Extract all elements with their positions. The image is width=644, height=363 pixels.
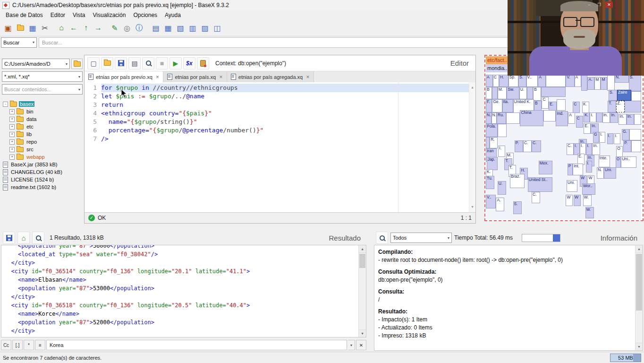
treemap-cell[interactable]: In. xyxy=(610,112,618,123)
treemap-cell[interactable]: S. xyxy=(629,75,641,91)
treemap-cell[interactable]: G. xyxy=(622,129,629,140)
treemap-cell[interactable]: Zaire xyxy=(617,90,631,101)
open-file-icon[interactable] xyxy=(101,57,113,69)
treemap-cell[interactable]: Wor.. xyxy=(582,183,595,195)
info-filter-dropdown[interactable]: Todos ▾ xyxy=(390,233,452,243)
treemap-cell[interactable]: Mex. xyxy=(539,161,553,174)
tree-item[interactable]: +lib xyxy=(1,130,84,138)
folder-view-icon[interactable]: ▥ xyxy=(186,22,199,34)
treemap-cell[interactable]: S. xyxy=(609,90,617,101)
treemap-cell[interactable]: M. xyxy=(498,87,507,99)
treemap-cell[interactable]: V.. xyxy=(486,195,496,208)
treemap-cell[interactable]: A xyxy=(538,75,545,87)
treemap-cell[interactable]: P. xyxy=(515,140,523,152)
tree-item[interactable]: -basex xyxy=(1,100,84,108)
new-database-icon[interactable]: ▣ xyxy=(2,22,14,34)
treemap-cell[interactable]: Braz. xyxy=(510,174,525,189)
treemap-cell[interactable] xyxy=(631,140,641,152)
treemap-cell[interactable]: P xyxy=(568,164,573,175)
treemap-cell[interactable]: V. xyxy=(566,75,574,87)
tree-item[interactable]: +webapp xyxy=(1,153,84,161)
tree-item[interactable]: readme.txt (1602 b) xyxy=(1,183,84,191)
treemap-cell[interactable]: K. xyxy=(584,112,590,122)
scroll-down-icon[interactable]: ▼ xyxy=(636,343,643,350)
treemap-cell[interactable]: I. xyxy=(614,133,620,144)
tree-expander-icon[interactable]: + xyxy=(9,147,15,152)
treemap-panel[interactable]: etc/fact..mondia.. ACH.Sp.S.V..AV.AA.MMN… xyxy=(484,55,644,221)
treemap-cell[interactable] xyxy=(527,87,533,99)
treemap-cell[interactable]: Jap. xyxy=(487,157,498,170)
table-view-icon[interactable]: ◫ xyxy=(211,22,223,34)
treemap-cell[interactable]: S. xyxy=(518,75,526,87)
treemap-cell[interactable] xyxy=(506,112,520,124)
treemap-cell[interactable] xyxy=(541,87,566,97)
result-text-area[interactable]: <population year="87">56000</population>… xyxy=(1,245,366,337)
search-history-dropdown[interactable]: ▾ xyxy=(348,340,355,350)
treemap-cell[interactable]: Tu. xyxy=(486,176,494,189)
treemap-cell[interactable]: U. xyxy=(498,181,506,195)
tree-item[interactable]: +bin xyxy=(1,108,84,115)
treemap-cell[interactable]: W xyxy=(574,195,581,206)
tree-item[interactable]: +src xyxy=(1,146,84,153)
treemap-cell[interactable]: M xyxy=(594,77,601,90)
treemap-cell[interactable]: I. xyxy=(590,112,596,122)
tree-item[interactable]: +repo xyxy=(1,138,84,146)
treemap-cell[interactable]: I. xyxy=(599,132,605,143)
close-button[interactable]: ✕ xyxy=(605,1,613,8)
editor-tab[interactable]: etnias por país agregada.xq✕ xyxy=(227,71,314,82)
file-filter-dropdown[interactable]: *.xml, *.xq* ▾ xyxy=(2,71,83,82)
treemap-cell[interactable]: C. xyxy=(567,143,574,155)
close-database-icon[interactable]: ✂ xyxy=(39,22,51,34)
up-icon[interactable]: ↑ xyxy=(80,22,92,34)
treemap-cell[interactable]: A xyxy=(568,112,575,124)
menu-vista[interactable]: Vista xyxy=(69,11,89,19)
treemap-cell[interactable]: China xyxy=(520,110,543,126)
treemap-cell[interactable]: B xyxy=(486,87,492,99)
treemap-cell[interactable]: C xyxy=(542,97,549,108)
result-scrollbar[interactable]: ▲ ▼ xyxy=(358,245,366,337)
forward-icon[interactable]: → xyxy=(92,22,104,34)
treemap-cell[interactable]: A xyxy=(486,75,493,87)
treemap-cell[interactable] xyxy=(492,87,498,99)
scroll-up-icon[interactable]: ▲ xyxy=(636,245,643,253)
tab-close-icon[interactable]: ✕ xyxy=(156,75,160,79)
treemap-cell[interactable]: Uni.. xyxy=(621,156,636,168)
home-button[interactable]: ⌂ xyxy=(17,232,30,244)
treemap-cell[interactable] xyxy=(607,75,615,91)
treemap-cell[interactable] xyxy=(557,99,566,111)
tree-expander-icon[interactable]: + xyxy=(9,124,15,130)
treemap-cell[interactable]: B xyxy=(533,87,541,101)
map-view-icon[interactable]: ▦ xyxy=(162,22,174,34)
tab-close-icon[interactable]: ✕ xyxy=(306,75,310,79)
editor-scrollbar[interactable]: ▲▼ xyxy=(469,82,475,212)
info-search-button[interactable] xyxy=(376,232,388,244)
external-variables-icon[interactable]: $x xyxy=(183,57,195,69)
treemap-cell[interactable]: P. xyxy=(623,140,631,152)
history-icon[interactable]: ▤ xyxy=(128,57,141,69)
treemap-cell[interactable]: Sp. xyxy=(508,75,518,87)
stop-icon[interactable]: ■ xyxy=(156,57,168,69)
scrollbar-thumb[interactable] xyxy=(636,254,642,311)
treemap-cell[interactable]: C. xyxy=(532,140,541,152)
treemap-cell[interactable]: A xyxy=(575,75,582,87)
treemap-cell[interactable]: Ru. xyxy=(497,112,506,124)
treemap-cell[interactable]: C xyxy=(493,75,499,87)
tab-close-icon[interactable]: ✕ xyxy=(219,75,223,79)
treemap-cell[interactable]: Uni. xyxy=(567,180,577,191)
treemap-cell[interactable]: Z. xyxy=(616,101,625,112)
treemap-cell[interactable]: U. xyxy=(519,87,527,99)
content-search-dropdown[interactable]: Buscar contenidos... ▾ xyxy=(2,84,83,95)
find-icon[interactable] xyxy=(142,57,154,69)
treemap-cell[interactable]: I. xyxy=(586,161,592,172)
treemap-cell[interactable]: G xyxy=(593,132,599,143)
tree-item[interactable]: +data xyxy=(1,115,84,123)
run-icon[interactable]: ▶ xyxy=(169,57,182,69)
treemap-cell[interactable]: Ind. xyxy=(556,111,568,126)
info-icon[interactable]: ⓘ xyxy=(133,22,145,34)
treemap-cell[interactable]: C. xyxy=(532,192,540,203)
treemap-cell[interactable] xyxy=(543,110,556,121)
treemap-cell[interactable]: In. xyxy=(619,114,626,125)
tree-item[interactable]: +etc xyxy=(1,123,84,130)
treemap-cell[interactable] xyxy=(486,137,490,148)
treemap-cell[interactable]: W xyxy=(566,195,573,206)
